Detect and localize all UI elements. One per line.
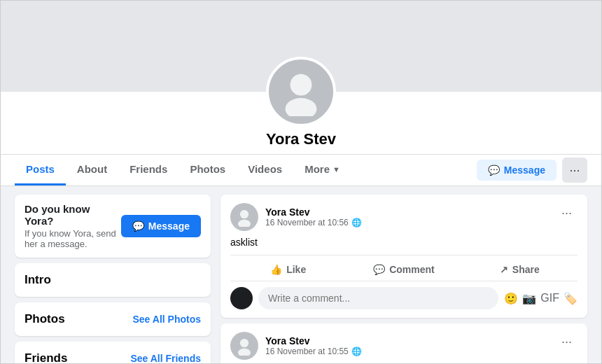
tab-about[interactable]: About bbox=[66, 155, 118, 186]
know-yora-card: Do you know Yora? If you know Yora, send… bbox=[15, 195, 211, 258]
know-yora-message-button[interactable]: 💬 Message bbox=[121, 215, 201, 237]
svg-point-0 bbox=[290, 74, 312, 96]
like-button[interactable]: 👍 Like bbox=[230, 258, 346, 281]
post-avatar-icon-2 bbox=[234, 336, 254, 356]
messenger-icon: 💬 bbox=[488, 164, 500, 176]
comment-user-avatar bbox=[230, 287, 253, 309]
svg-point-1 bbox=[286, 98, 317, 116]
sticker-icon[interactable]: 🏷️ bbox=[564, 292, 578, 305]
svg-point-5 bbox=[238, 349, 251, 356]
svg-point-2 bbox=[240, 210, 248, 218]
post-options-button-2[interactable]: ··· bbox=[556, 332, 578, 352]
post-meta-1: 16 November at 10:56 🌐 bbox=[265, 218, 362, 227]
ellipsis-icon: ··· bbox=[569, 163, 580, 178]
post-author-name-2[interactable]: Yora Stev bbox=[265, 335, 362, 346]
post-author-info-2: Yora Stev 16 November at 10:55 🌐 bbox=[265, 335, 362, 356]
know-yora-subtext: If you know Yora, send her a message. bbox=[24, 228, 121, 249]
intro-label: Intro bbox=[24, 273, 51, 287]
post-actions-1: 👍 Like 💬 Comment ↗ Share bbox=[230, 255, 578, 281]
post-header-2: Yora Stev 16 November at 10:55 🌐 ··· bbox=[230, 332, 578, 360]
more-options-button[interactable]: ··· bbox=[562, 158, 587, 183]
like-icon: 👍 bbox=[270, 264, 282, 275]
chevron-down-icon: ▼ bbox=[332, 165, 340, 174]
svg-point-3 bbox=[238, 220, 251, 227]
message-button[interactable]: 💬 Message bbox=[477, 160, 556, 181]
share-icon: ↗ bbox=[500, 264, 508, 275]
comment-input[interactable] bbox=[258, 287, 498, 309]
see-all-friends-link[interactable]: See All Friends bbox=[130, 353, 201, 364]
profile-avatar bbox=[266, 57, 336, 127]
post-card-2: Yora Stev 16 November at 10:55 🌐 ··· bbox=[220, 323, 587, 364]
avatar-silhouette-icon bbox=[276, 67, 326, 116]
post-author-info-1: Yora Stev 16 November at 10:56 🌐 bbox=[265, 206, 362, 227]
photos-section: Photos See All Photos bbox=[15, 302, 211, 336]
post-author-avatar-2 bbox=[230, 332, 258, 360]
tab-photos[interactable]: Photos bbox=[178, 155, 237, 186]
page-wrapper: Yora Stev Posts About Friends Photos Vid… bbox=[0, 0, 602, 364]
main-content: Do you know Yora? If you know Yora, send… bbox=[1, 186, 601, 364]
globe-icon: 🌐 bbox=[351, 218, 362, 227]
post-avatar-icon-1 bbox=[234, 207, 254, 227]
know-yora-text: Do you know Yora? If you know Yora, send… bbox=[24, 203, 121, 249]
post-card-1: Yora Stev 16 November at 10:56 🌐 ··· ask… bbox=[220, 195, 587, 318]
post-content-1: asklist bbox=[230, 237, 578, 248]
comment-button[interactable]: 💬 Comment bbox=[346, 258, 461, 281]
see-all-photos-link[interactable]: See All Photos bbox=[132, 314, 201, 325]
nav-actions: 💬 Message ··· bbox=[477, 158, 587, 183]
post-author-2: Yora Stev 16 November at 10:55 🌐 bbox=[230, 332, 362, 360]
svg-point-4 bbox=[240, 339, 248, 347]
friends-section: Friends See All Friends bbox=[15, 342, 211, 364]
profile-name: Yora Stev bbox=[1, 130, 601, 148]
post-meta-2: 16 November at 10:55 🌐 bbox=[265, 346, 362, 356]
tab-friends[interactable]: Friends bbox=[118, 155, 178, 186]
tab-more[interactable]: More ▼ bbox=[293, 155, 351, 186]
profile-nav: Posts About Friends Photos Videos More ▼… bbox=[1, 154, 601, 186]
tab-posts[interactable]: Posts bbox=[15, 155, 66, 186]
right-feed: Yora Stev 16 November at 10:56 🌐 ··· ask… bbox=[220, 195, 587, 364]
comment-emoji-icons: 🙂 📷 GIF 🏷️ bbox=[504, 292, 578, 305]
know-yora-heading: Do you know Yora? bbox=[24, 203, 121, 227]
gif-icon[interactable]: GIF bbox=[540, 292, 559, 305]
post-author-name-1[interactable]: Yora Stev bbox=[265, 206, 362, 218]
nav-tabs: Posts About Friends Photos Videos More ▼ bbox=[15, 155, 477, 186]
profile-avatar-container bbox=[266, 57, 336, 127]
emoji-icon[interactable]: 🙂 bbox=[504, 292, 518, 305]
friends-label: Friends bbox=[24, 351, 67, 364]
post-author-1: Yora Stev 16 November at 10:56 🌐 bbox=[230, 203, 362, 231]
comment-icon: 💬 bbox=[373, 264, 385, 275]
messenger-icon-blue: 💬 bbox=[132, 220, 144, 232]
post-options-button-1[interactable]: ··· bbox=[556, 203, 578, 223]
share-button[interactable]: ↗ Share bbox=[462, 258, 578, 281]
tab-videos[interactable]: Videos bbox=[237, 155, 293, 186]
camera-icon[interactable]: 📷 bbox=[522, 292, 536, 305]
left-sidebar: Do you know Yora? If you know Yora, send… bbox=[15, 195, 211, 364]
post-header-1: Yora Stev 16 November at 10:56 🌐 ··· bbox=[230, 203, 578, 231]
post-author-avatar-1 bbox=[230, 203, 258, 231]
globe-icon-2: 🌐 bbox=[351, 346, 362, 356]
cover-area bbox=[1, 1, 601, 92]
comment-input-row: 🙂 📷 GIF 🏷️ bbox=[230, 281, 578, 309]
photos-label: Photos bbox=[24, 312, 65, 326]
intro-section: Intro bbox=[15, 263, 211, 297]
